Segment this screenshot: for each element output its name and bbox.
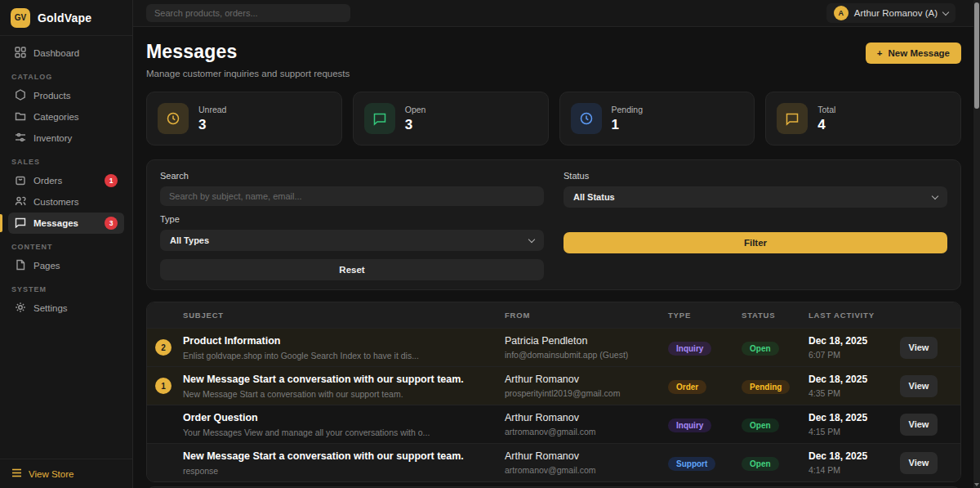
sidebar-nav: Dashboard CATALOG Products Categories In… — [0, 36, 132, 459]
page-subtitle: Manage customer inquiries and support re… — [146, 69, 350, 78]
message-subject: Product Information — [183, 335, 505, 347]
message-icon — [777, 103, 808, 134]
filter-button[interactable]: Filter — [564, 232, 947, 253]
main-area: A Arthur Romanov (A) Messages Manage cus… — [133, 0, 980, 488]
sidebar-item-orders[interactable]: Orders 1 — [8, 170, 124, 191]
table-row[interactable]: Order Question Your Messages View and ma… — [147, 405, 960, 443]
sidebar-item-customers[interactable]: Customers — [8, 191, 124, 213]
sender-email: artromanov@gmail.com — [505, 465, 668, 475]
sender-name: Arthur Romanov — [505, 374, 668, 385]
messages-table: SUBJECT FROM TYPE STATUS LAST ACTIVITY 2… — [146, 302, 961, 482]
view-store-label: View Store — [29, 469, 74, 479]
status-badge: Open — [742, 419, 779, 432]
sidebar-item-pages[interactable]: Pages — [8, 255, 124, 276]
table-row[interactable]: New Message Start a conversation with ou… — [147, 443, 960, 481]
clock-icon — [158, 103, 189, 134]
stat-card-open: Open 3 — [353, 92, 549, 146]
scrollbar-thumb[interactable] — [974, 2, 979, 109]
activity-date: Dec 18, 2025 — [808, 450, 900, 462]
table-row[interactable]: 1 New Message Start a conversation with … — [147, 366, 960, 405]
messages-count-badge: 3 — [105, 217, 118, 230]
user-menu[interactable]: A Arthur Romanov (A) — [826, 3, 956, 23]
brand-logo-icon: GV — [11, 8, 30, 28]
col-status: STATUS — [742, 311, 808, 320]
status-badge: Open — [742, 457, 779, 471]
sender-name: Arthur Romanov — [505, 412, 668, 423]
filter-panel: Search Type All Types Reset Status All S… — [146, 159, 961, 290]
sidebar-item-settings[interactable]: Settings — [8, 298, 124, 319]
message-search-input[interactable] — [160, 186, 544, 206]
stat-card-pending: Pending 1 — [559, 92, 755, 146]
activity-date: Dec 18, 2025 — [808, 412, 900, 423]
stat-label: Pending — [612, 105, 644, 114]
users-icon — [15, 195, 26, 208]
message-icon — [364, 103, 395, 134]
table-row[interactable]: 2 Product Information Enlist goldvape.sh… — [147, 328, 960, 366]
brand-logo[interactable]: GV GoldVape — [0, 0, 132, 36]
plus-icon: + — [877, 48, 883, 58]
sidebar-item-messages[interactable]: Messages 3 — [8, 213, 124, 234]
col-last-activity: LAST ACTIVITY — [808, 311, 900, 320]
content: Messages Manage customer inquiries and s… — [133, 41, 980, 488]
sidebar-item-label: Settings — [33, 303, 68, 313]
sender-name: Arthur Romanov — [505, 450, 668, 462]
col-from: FROM — [505, 311, 668, 320]
sidebar-item-label: Categories — [33, 112, 79, 122]
view-button[interactable]: View — [900, 452, 938, 474]
scrollbar[interactable] — [973, 0, 980, 488]
view-store-link[interactable]: View Store — [0, 459, 132, 488]
status-select-value: All Status — [573, 192, 615, 202]
new-message-button[interactable]: + New Message — [866, 43, 961, 64]
file-icon — [15, 259, 26, 272]
sidebar: GV GoldVape Dashboard CATALOG Products C… — [0, 0, 133, 488]
type-select[interactable]: All Types — [160, 230, 544, 251]
avatar: A — [834, 6, 849, 20]
sidebar-item-dashboard[interactable]: Dashboard — [8, 43, 124, 64]
sidebar-item-label: Customers — [33, 197, 79, 207]
chevron-down-icon — [932, 192, 938, 199]
new-message-label: New Message — [889, 48, 950, 58]
col-subject: SUBJECT — [183, 311, 505, 320]
type-badge: Inquiry — [668, 419, 711, 432]
stat-value: 4 — [817, 117, 835, 133]
reset-button[interactable]: Reset — [160, 259, 544, 280]
view-button[interactable]: View — [900, 337, 938, 359]
view-button[interactable]: View — [900, 414, 938, 436]
status-select[interactable]: All Status — [564, 186, 947, 208]
sidebar-item-label: Orders — [33, 176, 62, 186]
type-label: Type — [160, 214, 544, 224]
stat-card-unread: Unread 3 — [146, 92, 342, 146]
stat-value: 3 — [405, 117, 426, 133]
message-preview: response — [183, 466, 505, 476]
sliders-icon — [15, 132, 26, 145]
dashboard-icon — [15, 47, 26, 60]
type-badge: Order — [668, 380, 706, 394]
activity-time: 4:15 PM — [808, 427, 900, 437]
sidebar-item-products[interactable]: Products — [8, 85, 124, 106]
sidebar-item-label: Inventory — [33, 133, 72, 143]
activity-date: Dec 18, 2025 — [808, 335, 900, 347]
type-badge: Inquiry — [668, 342, 711, 356]
global-search-input[interactable] — [146, 4, 350, 22]
gear-icon — [15, 302, 26, 315]
view-button[interactable]: View — [900, 375, 938, 397]
message-preview: Enlist goldvape.shop into Google Search … — [183, 351, 505, 360]
sidebar-item-categories[interactable]: Categories — [8, 106, 124, 128]
scrollbar-down-arrow[interactable] — [974, 483, 979, 486]
filter-left-column: Search Type All Types Reset — [160, 171, 544, 280]
folder-icon — [15, 110, 26, 123]
orders-count-badge: 1 — [105, 174, 118, 187]
sidebar-item-inventory[interactable]: Inventory — [8, 128, 124, 149]
message-preview: New Message Start a conversation with ou… — [183, 389, 505, 399]
stats-row: Unread 3 Open 3 — [146, 92, 961, 146]
message-subject: Order Question — [183, 412, 505, 423]
table-header-row: SUBJECT FROM TYPE STATUS LAST ACTIVITY — [147, 302, 960, 328]
activity-time: 4:14 PM — [808, 465, 900, 475]
stat-value: 1 — [612, 117, 644, 133]
topbar: A Arthur Romanov (A) — [133, 0, 980, 27]
sidebar-item-label: Dashboard — [33, 48, 79, 58]
unread-count-badge: 2 — [155, 339, 172, 356]
user-name: Arthur Romanov (A) — [854, 8, 938, 18]
sender-email: prosperityintl2019@gmail.com — [505, 388, 668, 398]
chevron-down-icon — [528, 235, 535, 242]
